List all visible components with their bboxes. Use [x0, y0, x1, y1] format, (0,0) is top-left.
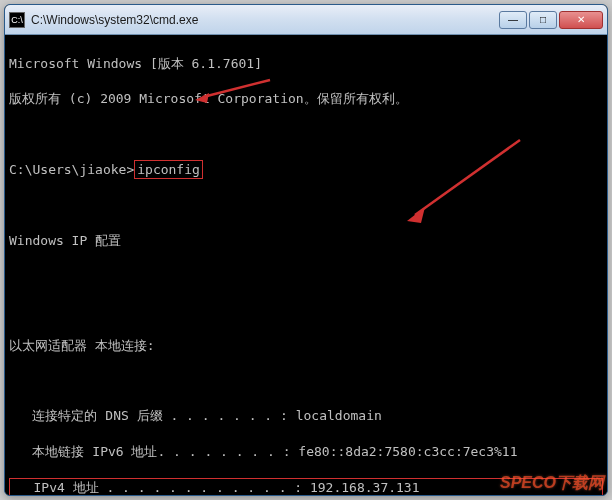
- copyright-line: 版权所有 (c) 2009 Microsoft Corporation。保留所有…: [9, 90, 603, 108]
- window-title: C:\Windows\system32\cmd.exe: [31, 13, 497, 27]
- ipv4-row-highlight: IPv4 地址 . . . . . . . . . . . . : 192.16…: [9, 478, 603, 495]
- cmd-window: C:\ C:\Windows\system32\cmd.exe — □ ✕ Mi…: [4, 4, 608, 496]
- command-highlight: ipconfig: [134, 160, 203, 180]
- blank: [9, 372, 603, 390]
- blank: [9, 197, 603, 215]
- blank: [9, 267, 603, 285]
- ipconfig-header: Windows IP 配置: [9, 232, 603, 250]
- prompt-prefix: C:\Users\jiaoke>: [9, 162, 134, 177]
- close-button[interactable]: ✕: [559, 11, 603, 29]
- version-line: Microsoft Windows [版本 6.1.7601]: [9, 55, 603, 73]
- blank: [9, 125, 603, 143]
- prompt-line-1: C:\Users\jiaoke>ipconfig: [9, 160, 603, 180]
- maximize-button[interactable]: □: [529, 11, 557, 29]
- titlebar[interactable]: C:\ C:\Windows\system32\cmd.exe — □ ✕: [5, 5, 607, 35]
- ethernet-title: 以太网适配器 本地连接:: [9, 337, 603, 355]
- minimize-button[interactable]: —: [499, 11, 527, 29]
- eth-row-1: 本地链接 IPv6 地址. . . . . . . . : fe80::8da2…: [9, 443, 603, 461]
- terminal-output[interactable]: Microsoft Windows [版本 6.1.7601] 版权所有 (c)…: [5, 35, 607, 495]
- eth-row-0: 连接特定的 DNS 后缀 . . . . . . . : localdomain: [9, 407, 603, 425]
- cmd-icon: C:\: [9, 12, 25, 28]
- blank: [9, 302, 603, 320]
- window-buttons: — □ ✕: [497, 11, 603, 29]
